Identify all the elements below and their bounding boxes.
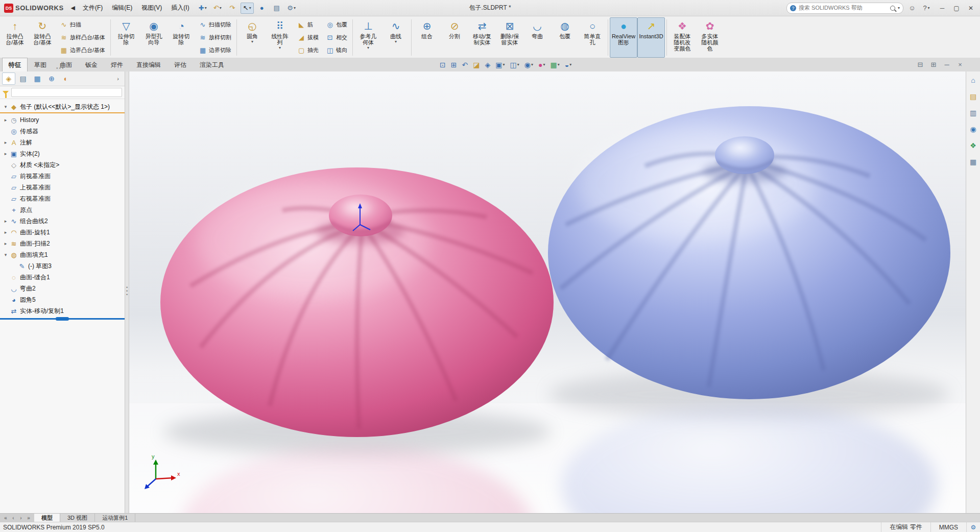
dynamic-annotation-icon[interactable]: ◈	[483, 60, 492, 70]
extruded-cut-button[interactable]: ▽拉伸切 除	[112, 17, 140, 58]
wrap-button[interactable]: ◎包覆	[323, 19, 350, 31]
tree-item[interactable]: ◌曲面-缝合1	[0, 272, 125, 283]
tree-item[interactable]: ▸▣实体(2)	[0, 148, 125, 159]
reference-geometry-button[interactable]: ⊥参考几 何体▾	[354, 17, 382, 58]
expand-arrow-icon[interactable]: ▸	[2, 117, 9, 123]
instant3d-button[interactable]: ↗Instant3D	[637, 17, 665, 58]
pink-baozi-model[interactable]	[160, 167, 554, 437]
tree-root-item[interactable]: ▾ ◆ 包子 (默认<<默认>_显示状态 1>)	[0, 101, 125, 112]
tree-item[interactable]: ◎传感器	[0, 126, 125, 137]
undo-icon[interactable]: ↶▾	[211, 3, 224, 14]
hole-wizard-button[interactable]: ◉异型孔 向导	[140, 17, 168, 58]
intersect-button[interactable]: ⊡相交	[323, 32, 350, 44]
delete-keep-body-button[interactable]: ⊠删除/保 留实体	[496, 17, 523, 58]
draft-button[interactable]: ◢拔模	[295, 32, 321, 44]
swept-cut-button[interactable]: ∿扫描切除	[196, 19, 234, 31]
new-document-icon-dropdown[interactable]: ▾	[205, 6, 207, 10]
tree-item[interactable]: ▱上视基准面	[0, 182, 125, 193]
solidworks-resources-icon[interactable]: ⌂	[968, 75, 979, 86]
tab-direct-editing[interactable]: 直接编辑	[130, 58, 168, 71]
panel-expand-arrow-icon[interactable]: ›	[113, 76, 123, 82]
expand-arrow-icon[interactable]: ▸	[2, 230, 9, 235]
wrap-feature-button[interactable]: ◍包覆	[551, 17, 579, 58]
user-account-icon[interactable]: ☺	[906, 3, 918, 14]
view-settings-icon-dropdown[interactable]: ▾	[569, 62, 571, 67]
edit-appearance-icon-dropdown[interactable]: ▾	[543, 62, 545, 67]
combine-button[interactable]: ⊕组合	[413, 17, 441, 58]
tab-features[interactable]: 特征	[2, 58, 28, 71]
propertymanager-tab-icon[interactable]: ▤	[16, 72, 30, 85]
view-palette-icon[interactable]: ◉	[968, 124, 979, 135]
linear-pattern-button-dropdown[interactable]: ▾	[279, 46, 281, 50]
tree-item[interactable]: ▸◷History	[0, 114, 125, 126]
study-nav-2[interactable]: ›	[17, 515, 25, 521]
section-view-icon[interactable]: ◪	[471, 60, 481, 70]
expand-arrow-icon[interactable]: ▾	[2, 252, 9, 257]
study-tab-model[interactable]: 模型	[34, 514, 60, 522]
minimize-pane-icon[interactable]: ─	[942, 61, 951, 68]
apply-scene-icon-dropdown[interactable]: ▾	[558, 62, 560, 67]
lofted-cut-button[interactable]: ≋放样切割	[196, 32, 234, 44]
blue-baozi-model[interactable]	[548, 106, 950, 399]
expand-arrow-icon[interactable]: ▸	[2, 241, 9, 246]
tree-filter-input[interactable]	[11, 88, 122, 97]
rollback-bar[interactable]	[0, 318, 125, 320]
extruded-boss-button[interactable]: ↑拉伸凸 台/基体	[1, 17, 29, 58]
collapse-menu-icon[interactable]: ◀	[68, 5, 78, 11]
tab-render-tools[interactable]: 渲染工具	[193, 58, 231, 71]
menu-view[interactable]: 视图(V)	[137, 2, 166, 14]
reference-geometry-button-dropdown[interactable]: ▾	[367, 46, 369, 50]
rib-button[interactable]: ◣筋	[295, 19, 321, 31]
undo-icon-dropdown[interactable]: ▾	[220, 6, 222, 10]
status-gear-icon[interactable]: ⚙	[966, 522, 980, 532]
search-icon[interactable]	[890, 6, 895, 11]
custom-properties-icon[interactable]: ▦	[968, 156, 979, 167]
tree-item[interactable]: ▸◠曲面-旋转1	[0, 227, 125, 238]
displaymanager-tab-icon[interactable]: ◐	[59, 72, 73, 85]
tab-sheet-metal[interactable]: 钣金	[79, 58, 104, 71]
design-library-icon[interactable]: ▤	[968, 91, 979, 102]
featuremanager-tab-icon[interactable]: ◈	[2, 72, 15, 85]
curves-button-dropdown[interactable]: ▾	[395, 40, 397, 44]
study-tab-motion-study[interactable]: 运动算例1	[95, 514, 135, 522]
restore-button[interactable]: ▢	[949, 2, 964, 14]
boundary-boss-button[interactable]: ▦边界凸台/基体	[57, 44, 108, 56]
help-dropdown-icon[interactable]: ▾	[928, 6, 930, 10]
dimxpertmanager-tab-icon[interactable]: ⊕	[45, 72, 58, 85]
flex-button[interactable]: ◡弯曲	[523, 17, 551, 58]
tab-weldments[interactable]: 焊件	[104, 58, 130, 71]
split-button[interactable]: ⊘分割	[441, 17, 468, 58]
minimize-button[interactable]: ─	[935, 2, 949, 14]
menu-edit[interactable]: 编辑(E)	[107, 2, 137, 14]
tree-item[interactable]: ▸∿组合曲线2	[0, 215, 125, 227]
view-orientation-icon[interactable]: ▣▾	[494, 60, 506, 70]
shell-button[interactable]: ▢抽壳	[295, 44, 321, 56]
tree-item[interactable]: ▱前视基准面	[0, 171, 125, 182]
menu-insert[interactable]: 插入(I)	[166, 2, 194, 14]
root-expand-arrow-icon[interactable]: ▾	[2, 104, 9, 109]
fillet-button-dropdown[interactable]: ▾	[251, 40, 253, 44]
search-dropdown-icon[interactable]: ▾	[898, 6, 900, 10]
expand-arrow-icon[interactable]: ▸	[2, 219, 9, 224]
configurationmanager-tab-icon[interactable]: ▦	[31, 72, 44, 85]
previous-pane-icon[interactable]: ⊟	[916, 61, 925, 68]
select-cursor-icon-dropdown[interactable]: ▾	[249, 6, 251, 10]
multibody-random-color-button[interactable]: ✿多实体 随机颜 色	[696, 17, 724, 58]
file-explorer-icon[interactable]: ▥	[968, 107, 979, 118]
zoom-to-area-icon[interactable]: ⊞	[449, 60, 459, 70]
swept-boss-button[interactable]: ∿扫描	[57, 19, 108, 31]
menu-file[interactable]: 文件(F)	[78, 2, 107, 14]
panel-grip-handle[interactable]: •••	[56, 65, 65, 71]
new-document-icon[interactable]: ✚▾	[196, 3, 209, 14]
previous-view-icon[interactable]: ↶	[460, 60, 469, 70]
view-settings-icon[interactable]: ◒▾	[563, 60, 573, 70]
tree-item[interactable]: ◇材质 <未指定>	[0, 159, 125, 171]
tree-item[interactable]: ▸≋曲面-扫描2	[0, 238, 125, 249]
tree-item[interactable]: ⇄实体-移动/复制1	[0, 305, 125, 317]
move-copy-bodies-button[interactable]: ⇄移动/复 制实体	[468, 17, 496, 58]
mirror-button[interactable]: ◫镜向	[323, 44, 350, 56]
lofted-boss-button[interactable]: ≋放样凸台/基体	[57, 32, 108, 44]
filter-funnel-icon[interactable]	[3, 91, 9, 94]
hide-show-items-icon-dropdown[interactable]: ▾	[531, 62, 533, 67]
graphics-viewport[interactable]: y x	[129, 71, 966, 513]
